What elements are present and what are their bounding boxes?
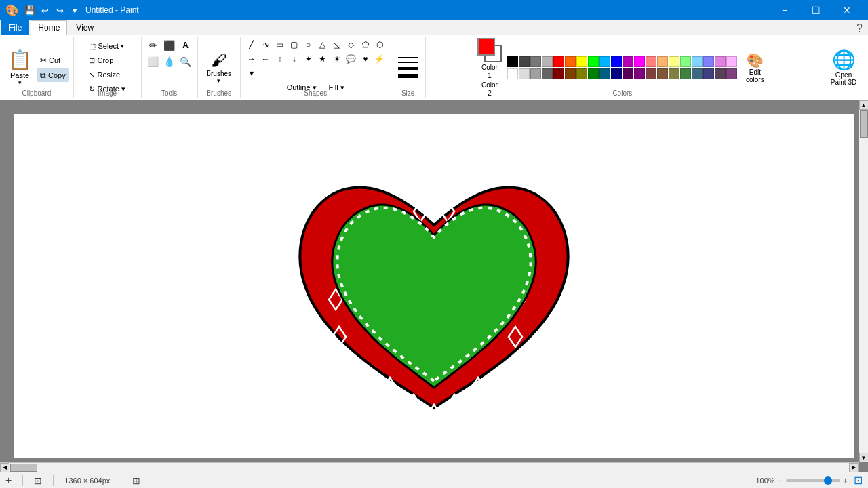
palette-cell-1-6[interactable]: [576, 68, 587, 79]
palette-cell-0-7[interactable]: [588, 56, 599, 67]
eraser-button[interactable]: ⬜: [146, 54, 161, 69]
shape-star5[interactable]: ★: [316, 52, 330, 66]
palette-cell-0-1[interactable]: [519, 56, 530, 67]
shape-rect[interactable]: ▭: [273, 38, 287, 52]
shape-lightning[interactable]: ⚡: [373, 52, 387, 66]
paste-button[interactable]: 📋 Paste ▾: [4, 47, 35, 88]
palette-cell-0-10[interactable]: [623, 56, 633, 67]
help-button[interactable]: ?: [856, 22, 863, 35]
shape-star4[interactable]: ✦: [302, 52, 315, 66]
palette-cell-0-17[interactable]: [703, 56, 714, 67]
palette-cell-0-13[interactable]: [657, 56, 668, 67]
palette-cell-1-15[interactable]: [680, 68, 691, 79]
palette-cell-1-18[interactable]: [715, 68, 726, 79]
palette-cell-1-5[interactable]: [565, 68, 576, 79]
brushes-button[interactable]: 🖌 Brushes ▾: [202, 47, 236, 87]
size-line-1[interactable]: [398, 57, 418, 58]
palette-cell-1-9[interactable]: [611, 68, 622, 79]
hscroll-left[interactable]: ◀: [0, 463, 9, 472]
palette-cell-1-2[interactable]: [530, 68, 541, 79]
palette-cell-1-8[interactable]: [599, 68, 610, 79]
palette-cell-0-12[interactable]: [646, 56, 656, 67]
shape-diamond[interactable]: ◇: [344, 38, 358, 52]
palette-cell-0-5[interactable]: [565, 56, 576, 67]
vscroll-track[interactable]: [859, 110, 869, 453]
palette-cell-1-7[interactable]: [588, 68, 599, 79]
shape-heart[interactable]: ♥: [359, 52, 372, 66]
shape-balloon[interactable]: 💬: [344, 52, 358, 66]
palette-cell-1-12[interactable]: [646, 68, 656, 79]
undo-qat-button[interactable]: ↩: [38, 3, 52, 17]
edit-colors-button[interactable]: 🎨 Editcolors: [743, 49, 768, 87]
palette-cell-0-15[interactable]: [680, 56, 691, 67]
vscroll-thumb[interactable]: [860, 110, 868, 138]
vscroll-up[interactable]: ▲: [859, 100, 869, 110]
shape-ellipse[interactable]: ○: [302, 38, 315, 52]
crop-button[interactable]: ⊡ Crop: [85, 54, 128, 67]
palette-cell-1-19[interactable]: [726, 68, 737, 79]
palette-cell-0-9[interactable]: [611, 56, 622, 67]
shape-arrow-right[interactable]: →: [245, 52, 258, 66]
text-button[interactable]: A: [178, 38, 193, 53]
shape-arrow-down[interactable]: ↓: [288, 52, 301, 66]
color1-box[interactable]: [477, 38, 495, 56]
palette-cell-0-11[interactable]: [634, 56, 645, 67]
zoom-in-button[interactable]: +: [843, 475, 848, 486]
select-button[interactable]: ⬚ Select ▾: [85, 40, 128, 53]
close-button[interactable]: ✕: [831, 0, 863, 20]
palette-cell-0-8[interactable]: [599, 56, 610, 67]
palette-cell-1-17[interactable]: [703, 68, 714, 79]
hscroll-right[interactable]: ▶: [849, 463, 859, 472]
horizontal-scrollbar[interactable]: ◀ ▶: [0, 462, 859, 472]
resize-button[interactable]: ⤡ Resize: [85, 68, 128, 81]
zoom-out-button[interactable]: −: [778, 475, 783, 486]
zoom-fit-button[interactable]: ⊡: [854, 474, 863, 487]
vscroll-down[interactable]: ▼: [859, 453, 869, 462]
palette-cell-0-4[interactable]: [553, 56, 564, 67]
size-line-2[interactable]: [398, 62, 418, 63]
tab-file[interactable]: File: [1, 20, 29, 35]
size-line-3[interactable]: [398, 67, 418, 70]
vertical-scrollbar[interactable]: ▲ ▼: [859, 100, 868, 462]
shape-arrow-up[interactable]: ↑: [273, 52, 287, 66]
open-paint3d-button[interactable]: 🌐 OpenPaint 3D: [823, 45, 864, 89]
copy-button[interactable]: ⧉ Copy: [37, 68, 69, 82]
qat-more-button[interactable]: ▾: [68, 3, 81, 17]
redo-qat-button[interactable]: ↪: [53, 3, 66, 17]
picker-button[interactable]: 💧: [162, 54, 177, 69]
tab-home[interactable]: Home: [31, 20, 67, 35]
zoom-thumb[interactable]: [824, 476, 832, 485]
palette-cell-1-10[interactable]: [623, 68, 633, 79]
cut-button[interactable]: ✂ Cut: [37, 54, 69, 67]
minimize-button[interactable]: −: [769, 0, 800, 20]
shape-rtriangle[interactable]: ◺: [330, 38, 344, 52]
palette-cell-0-3[interactable]: [542, 56, 553, 67]
palette-cell-0-18[interactable]: [715, 56, 726, 67]
palette-cell-1-0[interactable]: [507, 68, 518, 79]
tab-view[interactable]: View: [68, 20, 101, 35]
canvas-wrapper[interactable]: ▲ ▼ ◀ ▶: [0, 100, 868, 472]
palette-cell-1-14[interactable]: [669, 68, 679, 79]
pencil-button[interactable]: ✏: [146, 38, 161, 53]
palette-cell-1-4[interactable]: [553, 68, 564, 79]
drawing-canvas[interactable]: [14, 114, 854, 458]
palette-cell-1-13[interactable]: [657, 68, 668, 79]
save-qat-button[interactable]: 💾: [23, 3, 37, 17]
shape-line[interactable]: ╱: [245, 38, 258, 52]
shape-hexagon[interactable]: ⬡: [373, 38, 387, 52]
palette-cell-1-1[interactable]: [519, 68, 530, 79]
add-canvas-button[interactable]: +: [5, 474, 12, 487]
shape-roundrect[interactable]: ▢: [288, 38, 301, 52]
palette-cell-0-0[interactable]: [507, 56, 518, 67]
fill-button[interactable]: ⬛: [162, 38, 177, 53]
palette-cell-1-16[interactable]: [692, 68, 703, 79]
shape-curve[interactable]: ∿: [259, 38, 273, 52]
palette-cell-0-16[interactable]: [692, 56, 703, 67]
shape-triangle[interactable]: △: [316, 38, 330, 52]
hscroll-track[interactable]: [9, 463, 849, 472]
shape-pentagon[interactable]: ⬠: [359, 38, 372, 52]
hscroll-thumb[interactable]: [10, 464, 37, 472]
palette-cell-0-14[interactable]: [669, 56, 679, 67]
zoom-slider[interactable]: [786, 479, 840, 482]
palette-cell-1-3[interactable]: [542, 68, 553, 79]
